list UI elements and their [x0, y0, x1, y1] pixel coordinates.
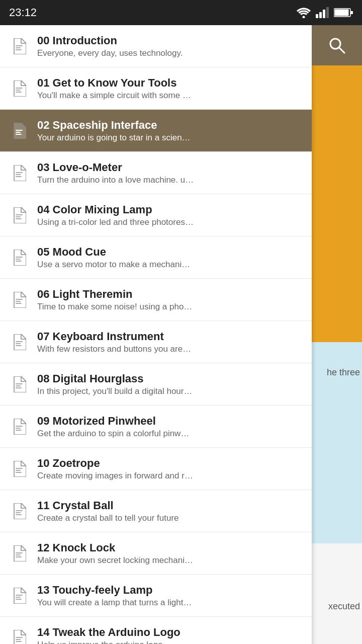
svg-rect-44 [16, 512, 21, 513]
search-button[interactable] [312, 25, 362, 65]
item-title: 08 Digital Hourglass [37, 372, 304, 385]
document-icon [8, 38, 30, 54]
item-title: 11 Crystal Ball [37, 499, 304, 512]
item-text-block: 14 Tweak the Arduino Logo Help us improv… [37, 626, 304, 645]
item-desc: You will create a lamp that turns a ligh… [37, 598, 304, 608]
list-item[interactable]: 03 Love-o-Meter Turn the arduino into a … [0, 152, 312, 194]
document-icon [8, 165, 30, 181]
battery-icon [334, 8, 353, 18]
list-item[interactable]: 12 Knock Lock Make your own secret locki… [0, 532, 312, 575]
item-text-block: 11 Crystal Ball Create a crystal ball to… [37, 499, 304, 523]
svg-rect-43 [16, 510, 23, 511]
svg-rect-7 [350, 11, 353, 14]
item-desc: Time to make some noise! using a pho… [37, 302, 304, 312]
item-desc: Your arduino is going to star in a scien… [37, 133, 304, 143]
svg-point-0 [303, 16, 305, 19]
item-text-block: 05 Mood Cue Use a servo motor to make a … [37, 246, 304, 270]
svg-rect-26 [16, 259, 21, 260]
svg-rect-40 [16, 468, 23, 469]
item-desc: Help us improve the arduino logo… [37, 640, 304, 645]
document-icon [8, 588, 30, 604]
svg-rect-6 [335, 10, 349, 16]
status-bar: 23:12 [0, 0, 362, 25]
svg-rect-36 [16, 387, 22, 388]
svg-rect-49 [16, 595, 23, 596]
status-icons [297, 7, 353, 18]
item-title: 12 Knock Lock [37, 541, 304, 554]
list-item[interactable]: 04 Color Mixing Lamp Using a tri-color l… [0, 194, 312, 236]
svg-rect-11 [16, 47, 21, 48]
svg-rect-28 [16, 299, 23, 300]
list-item[interactable]: 06 Light Theremin Time to make some nois… [0, 279, 312, 321]
item-text-block: 03 Love-o-Meter Turn the arduino into a … [37, 161, 304, 185]
svg-rect-34 [16, 383, 23, 384]
item-text-block: 08 Digital Hourglass In this project, yo… [37, 372, 304, 396]
list-item[interactable]: 11 Crystal Ball Create a crystal ball to… [0, 490, 312, 532]
svg-rect-30 [16, 303, 22, 304]
svg-rect-23 [16, 216, 21, 217]
list-item[interactable]: 05 Mood Cue Use a servo motor to make a … [0, 236, 312, 279]
svg-rect-3 [323, 10, 325, 18]
item-title: 07 Keyboard Instrument [37, 330, 304, 343]
document-icon [8, 123, 30, 139]
svg-rect-19 [16, 172, 23, 173]
item-desc: Everyone, every day, uses technology. [37, 48, 304, 58]
svg-rect-21 [16, 176, 22, 177]
svg-rect-48 [16, 556, 22, 557]
side-text-executed: xecuted [328, 601, 362, 612]
item-text-block: 12 Knock Lock Make your own secret locki… [37, 541, 304, 566]
svg-rect-14 [16, 90, 21, 91]
svg-rect-46 [16, 552, 23, 553]
svg-rect-4 [326, 7, 329, 18]
svg-rect-18 [16, 134, 22, 135]
item-title: 02 Spaceship Interface [37, 119, 304, 132]
list-item[interactable]: 08 Digital Hourglass In this project, yo… [0, 363, 312, 406]
svg-rect-17 [16, 132, 21, 133]
svg-rect-50 [16, 597, 21, 598]
svg-rect-12 [16, 49, 22, 50]
document-icon [8, 461, 30, 477]
list-item[interactable]: 09 Motorized Pinwheel Get the arduino to… [0, 406, 312, 448]
item-desc: Get the arduino to spin a colorful pinw… [37, 429, 304, 439]
item-title: 10 Zoetrope [37, 457, 304, 470]
svg-rect-2 [319, 12, 322, 18]
svg-rect-22 [16, 214, 23, 215]
list-item[interactable]: 00 Introduction Everyone, every day, use… [0, 25, 312, 67]
list-item[interactable]: 10 Zoetrope Create moving images in forw… [0, 448, 312, 490]
svg-rect-38 [16, 428, 21, 429]
document-icon [8, 545, 30, 561]
item-desc: Create a crystal ball to tell your futur… [37, 513, 304, 523]
item-title: 04 Color Mixing Lamp [37, 203, 304, 216]
svg-rect-39 [16, 430, 22, 431]
item-text-block: 13 Touchy-feely Lamp You will create a l… [37, 584, 304, 608]
signal-icon [316, 7, 329, 18]
item-desc: Create moving images in forward and r… [37, 471, 304, 481]
svg-rect-27 [16, 261, 22, 262]
list-item[interactable]: 14 Tweak the Arduino Logo Help us improv… [0, 617, 312, 644]
item-title: 03 Love-o-Meter [37, 161, 304, 174]
item-title: 13 Touchy-feely Lamp [37, 584, 304, 597]
list-item[interactable]: 02 Spaceship Interface Your arduino is g… [0, 110, 312, 152]
item-title: 00 Introduction [37, 34, 304, 47]
right-panel [312, 25, 362, 377]
item-desc: Turn the arduino into a love machine. u… [37, 175, 304, 185]
list-item[interactable]: 07 Keyboard Instrument With few resistor… [0, 321, 312, 363]
svg-rect-31 [16, 341, 23, 342]
item-title: 06 Light Theremin [37, 288, 304, 301]
search-icon [327, 36, 346, 55]
document-icon [8, 630, 30, 645]
svg-rect-13 [16, 88, 23, 89]
status-time: 23:12 [9, 6, 37, 19]
item-text-block: 00 Introduction Everyone, every day, use… [37, 34, 304, 58]
list-item[interactable]: 01 Get to Know Your Tools You'll make a … [0, 67, 312, 110]
list-item[interactable]: 13 Touchy-feely Lamp You will create a l… [0, 575, 312, 617]
item-title: 14 Tweak the Arduino Logo [37, 626, 304, 639]
document-icon [8, 292, 30, 308]
svg-rect-41 [16, 470, 21, 471]
item-desc: Make your own secret locking mechani… [37, 555, 304, 566]
item-title: 01 Get to Know Your Tools [37, 76, 304, 90]
svg-rect-29 [16, 301, 21, 302]
item-text-block: 04 Color Mixing Lamp Using a tri-color l… [37, 203, 304, 227]
item-title: 09 Motorized Pinwheel [37, 415, 304, 428]
svg-rect-25 [16, 257, 23, 258]
